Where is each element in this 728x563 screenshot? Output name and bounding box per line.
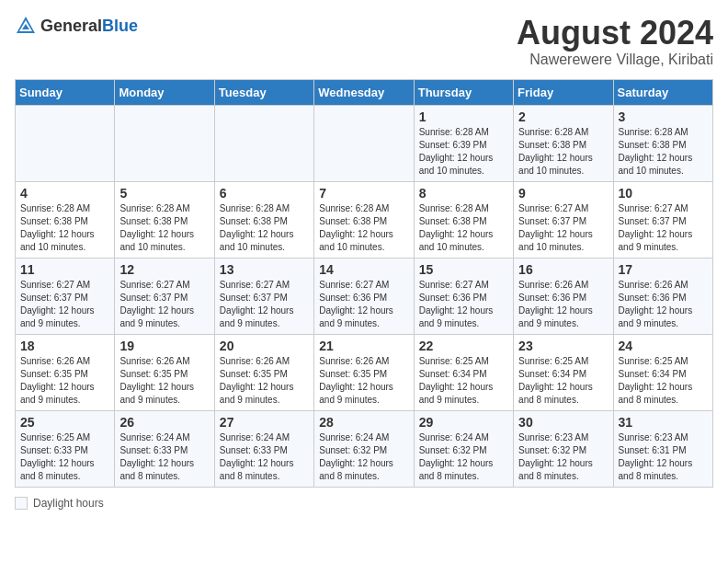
day-info: Sunrise: 6:27 AM Sunset: 6:37 PM Dayligh… [619,202,708,254]
day-info: Sunrise: 6:27 AM Sunset: 6:37 PM Dayligh… [518,202,608,254]
calendar-cell: 6Sunrise: 6:28 AM Sunset: 6:38 PM Daylig… [214,181,313,258]
day-number: 22 [419,339,508,353]
day-number: 12 [119,262,209,277]
day-number: 19 [119,339,209,353]
calendar-table: SundayMondayTuesdayWednesdayThursdayFrid… [15,79,713,488]
day-number: 28 [319,415,408,430]
col-header-saturday: Saturday [613,79,712,105]
week-row-4: 18Sunrise: 6:26 AM Sunset: 6:35 PM Dayli… [16,334,713,410]
calendar-cell [115,105,214,181]
day-info: Sunrise: 6:28 AM Sunset: 6:38 PM Dayligh… [518,126,608,178]
day-info: Sunrise: 6:28 AM Sunset: 6:38 PM Dayligh… [419,202,508,254]
day-info: Sunrise: 6:26 AM Sunset: 6:35 PM Dayligh… [319,355,408,407]
logo-general: General [40,17,102,35]
day-number: 9 [518,186,608,201]
calendar-cell: 12Sunrise: 6:27 AM Sunset: 6:37 PM Dayli… [115,258,214,334]
logo-blue: Blue [102,17,138,35]
calendar-cell: 1Sunrise: 6:28 AM Sunset: 6:39 PM Daylig… [414,105,513,181]
calendar-cell: 13Sunrise: 6:27 AM Sunset: 6:37 PM Dayli… [214,258,313,334]
calendar-cell: 19Sunrise: 6:26 AM Sunset: 6:35 PM Dayli… [115,334,214,410]
day-info: Sunrise: 6:25 AM Sunset: 6:34 PM Dayligh… [419,355,508,407]
day-number: 2 [518,109,608,124]
day-info: Sunrise: 6:25 AM Sunset: 6:34 PM Dayligh… [619,355,708,407]
calendar-cell: 18Sunrise: 6:26 AM Sunset: 6:35 PM Dayli… [16,334,115,410]
calendar-cell: 29Sunrise: 6:24 AM Sunset: 6:32 PM Dayli… [414,410,513,487]
day-number: 8 [419,186,508,201]
day-info: Sunrise: 6:24 AM Sunset: 6:33 PM Dayligh… [119,431,209,483]
day-info: Sunrise: 6:26 AM Sunset: 6:36 PM Dayligh… [619,279,708,330]
day-info: Sunrise: 6:27 AM Sunset: 6:37 PM Dayligh… [119,279,209,330]
day-number: 4 [20,186,109,201]
week-row-2: 4Sunrise: 6:28 AM Sunset: 6:38 PM Daylig… [16,181,713,258]
calendar-cell: 17Sunrise: 6:26 AM Sunset: 6:36 PM Dayli… [613,258,712,334]
day-info: Sunrise: 6:26 AM Sunset: 6:35 PM Dayligh… [220,355,309,407]
day-number: 23 [518,339,608,353]
day-number: 30 [518,415,608,430]
calendar-cell: 2Sunrise: 6:28 AM Sunset: 6:38 PM Daylig… [514,105,613,181]
col-header-sunday: Sunday [16,79,115,105]
logo-icon [15,15,37,37]
day-info: Sunrise: 6:25 AM Sunset: 6:33 PM Dayligh… [20,431,109,483]
day-number: 16 [518,262,608,277]
day-info: Sunrise: 6:27 AM Sunset: 6:37 PM Dayligh… [220,279,309,330]
header-row: SundayMondayTuesdayWednesdayThursdayFrid… [16,79,713,105]
day-number: 21 [319,339,408,353]
day-number: 26 [119,415,209,430]
calendar-cell: 14Sunrise: 6:27 AM Sunset: 6:36 PM Dayli… [314,258,414,334]
calendar-cell: 23Sunrise: 6:25 AM Sunset: 6:34 PM Dayli… [514,334,613,410]
day-info: Sunrise: 6:27 AM Sunset: 6:37 PM Dayligh… [20,279,109,330]
day-info: Sunrise: 6:27 AM Sunset: 6:36 PM Dayligh… [419,279,508,330]
calendar-cell: 16Sunrise: 6:26 AM Sunset: 6:36 PM Dayli… [514,258,613,334]
day-number: 27 [220,415,309,430]
calendar-cell: 25Sunrise: 6:25 AM Sunset: 6:33 PM Dayli… [16,410,115,487]
week-row-1: 1Sunrise: 6:28 AM Sunset: 6:39 PM Daylig… [16,105,713,181]
calendar-cell: 11Sunrise: 6:27 AM Sunset: 6:37 PM Dayli… [16,258,115,334]
col-header-tuesday: Tuesday [214,79,313,105]
day-number: 10 [619,186,708,201]
day-number: 20 [220,339,309,353]
day-info: Sunrise: 6:28 AM Sunset: 6:39 PM Dayligh… [419,126,508,178]
day-number: 14 [319,262,408,277]
day-number: 18 [20,339,109,353]
calendar-header: SundayMondayTuesdayWednesdayThursdayFrid… [16,79,713,105]
day-info: Sunrise: 6:28 AM Sunset: 6:38 PM Dayligh… [619,126,708,178]
day-number: 5 [119,186,209,201]
calendar-cell: 30Sunrise: 6:23 AM Sunset: 6:32 PM Dayli… [514,410,613,487]
day-number: 6 [220,186,309,201]
day-number: 15 [419,262,508,277]
day-number: 29 [419,415,508,430]
calendar-cell: 27Sunrise: 6:24 AM Sunset: 6:33 PM Dayli… [214,410,313,487]
calendar-cell: 22Sunrise: 6:25 AM Sunset: 6:34 PM Dayli… [414,334,513,410]
calendar-cell [214,105,313,181]
day-info: Sunrise: 6:28 AM Sunset: 6:38 PM Dayligh… [319,202,408,254]
day-number: 13 [220,262,309,277]
calendar-cell: 28Sunrise: 6:24 AM Sunset: 6:32 PM Dayli… [314,410,414,487]
col-header-wednesday: Wednesday [314,79,414,105]
col-header-thursday: Thursday [414,79,513,105]
day-info: Sunrise: 6:25 AM Sunset: 6:34 PM Dayligh… [518,355,608,407]
calendar-cell: 4Sunrise: 6:28 AM Sunset: 6:38 PM Daylig… [16,181,115,258]
day-number: 25 [20,415,109,430]
day-number: 11 [20,262,109,277]
calendar-cell: 20Sunrise: 6:26 AM Sunset: 6:35 PM Dayli… [214,334,313,410]
calendar-cell: 26Sunrise: 6:24 AM Sunset: 6:33 PM Dayli… [115,410,214,487]
calendar-cell: 8Sunrise: 6:28 AM Sunset: 6:38 PM Daylig… [414,181,513,258]
day-number: 3 [619,109,708,124]
day-info: Sunrise: 6:24 AM Sunset: 6:33 PM Dayligh… [220,431,309,483]
logo: GeneralBlue [15,15,138,37]
calendar-cell: 5Sunrise: 6:28 AM Sunset: 6:38 PM Daylig… [115,181,214,258]
day-number: 17 [619,262,708,277]
day-number: 24 [619,339,708,353]
legend-box [15,497,28,510]
day-info: Sunrise: 6:28 AM Sunset: 6:38 PM Dayligh… [20,202,109,254]
col-header-friday: Friday [514,79,613,105]
day-info: Sunrise: 6:24 AM Sunset: 6:32 PM Dayligh… [419,431,508,483]
day-number: 7 [319,186,408,201]
calendar-cell: 21Sunrise: 6:26 AM Sunset: 6:35 PM Dayli… [314,334,414,410]
calendar-cell [314,105,414,181]
calendar-cell [16,105,115,181]
calendar-cell: 9Sunrise: 6:27 AM Sunset: 6:37 PM Daylig… [514,181,613,258]
week-row-5: 25Sunrise: 6:25 AM Sunset: 6:33 PM Dayli… [16,410,713,487]
day-info: Sunrise: 6:28 AM Sunset: 6:38 PM Dayligh… [220,202,309,254]
week-row-3: 11Sunrise: 6:27 AM Sunset: 6:37 PM Dayli… [16,258,713,334]
